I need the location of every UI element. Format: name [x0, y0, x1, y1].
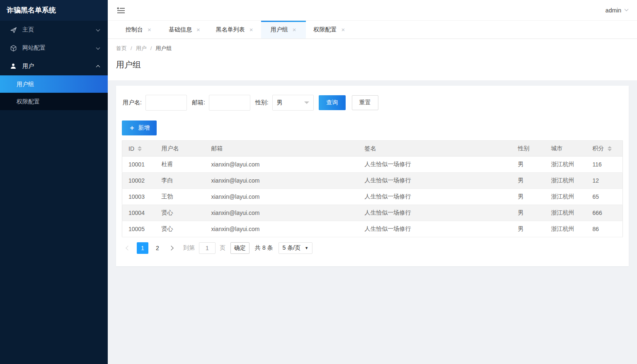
chevron-down-icon [625, 7, 629, 11]
close-icon[interactable]: × [293, 27, 296, 33]
table-row[interactable]: 10005 贤心 xianxin@layui.com 人生恰似一场修行 男 浙江… [122, 221, 623, 237]
close-icon[interactable]: × [148, 27, 151, 33]
breadcrumb-separator: / [150, 45, 152, 51]
breadcrumb: 首页/用户/用户组 [116, 45, 629, 52]
table-row[interactable]: 10002 李白 xianxin@layui.com 人生恰似一场修行 男 浙江… [122, 173, 623, 189]
cell-id: 10005 [122, 221, 155, 237]
table-row[interactable]: 10004 贤心 xianxin@layui.com 人生恰似一场修行 男 浙江… [122, 205, 623, 221]
select-arrow-icon [304, 101, 309, 104]
add-button[interactable]: ＋ 新增 [122, 121, 157, 135]
email-input[interactable] [209, 95, 250, 111]
cell-city: 浙江杭州 [545, 189, 586, 205]
tab-label: 基础信息 [169, 26, 192, 34]
close-icon[interactable]: × [249, 27, 253, 33]
col-city: 城市 [545, 141, 586, 157]
cell-sign: 人生恰似一场修行 [358, 173, 512, 189]
breadcrumb-users[interactable]: 用户 [136, 45, 147, 51]
goto-suffix: 页 [220, 244, 225, 252]
sidebar-item-site-config[interactable]: 网站配置 [0, 39, 108, 57]
cell-id: 10001 [122, 157, 155, 173]
user-menu[interactable]: admin [606, 7, 628, 14]
cell-username: 杜甫 [155, 157, 205, 173]
content: 用户名: 邮箱: 性别: 男 查询 重置 ＋ 新增 [108, 80, 637, 364]
cell-sex: 男 [512, 221, 545, 237]
tab-blacklist[interactable]: 黑名单列表 × [208, 21, 261, 39]
user-icon [9, 63, 17, 70]
select-arrow-icon: ▼ [305, 246, 308, 250]
cell-score: 12 [586, 173, 623, 189]
table-row[interactable]: 10001 杜甫 xianxin@layui.com 人生恰似一场修行 男 浙江… [122, 157, 623, 173]
sidebar-item-usergroup[interactable]: 用户组 [0, 75, 108, 93]
cell-city: 浙江杭州 [545, 157, 586, 173]
username-label: 用户名: [123, 99, 142, 106]
cell-sign: 人生恰似一场修行 [358, 205, 512, 221]
tab-basic-info[interactable]: 基础信息 × [161, 21, 208, 39]
page-size-select[interactable]: 5 条/页 ▼ [279, 242, 313, 254]
cell-score: 666 [586, 205, 623, 221]
sort-icon[interactable] [608, 146, 612, 151]
col-id[interactable]: ID [122, 141, 155, 157]
page-number[interactable]: 1 [137, 242, 148, 254]
col-sex: 性别 [512, 141, 545, 157]
pagination: 1 2 到第 页 确定 共 8 条 5 条/页 ▼ [122, 242, 623, 254]
cell-sex: 男 [512, 157, 545, 173]
col-sign: 签名 [358, 141, 512, 157]
cell-sex: 男 [512, 173, 545, 189]
sort-icon[interactable] [138, 146, 142, 151]
col-email: 邮箱 [205, 141, 358, 157]
breadcrumb-separator: / [131, 45, 132, 51]
gender-select[interactable]: 男 [272, 95, 314, 111]
chevron-down-icon [96, 46, 100, 50]
table-row[interactable]: 10003 王勃 xianxin@layui.com 人生恰似一场修行 男 浙江… [122, 189, 623, 205]
goto-page-input[interactable] [199, 242, 216, 254]
sidebar-item-label: 主页 [22, 26, 97, 34]
username-input[interactable] [145, 95, 187, 111]
cell-sex: 男 [512, 205, 545, 221]
cell-sign: 人生恰似一场修行 [358, 221, 512, 237]
fold-menu-icon[interactable] [117, 7, 125, 14]
usergroup-table: ID 用户名 邮箱 签名 性别 城市 积分 10001 杜甫 [122, 140, 623, 237]
next-page-icon[interactable] [166, 242, 177, 254]
main-area: admin 控制台 × 基础信息 × 黑名单列表 × 用户组 × 权限配置 [108, 0, 637, 364]
tab-console[interactable]: 控制台 × [116, 21, 161, 39]
goto-prefix: 到第 [183, 244, 195, 252]
gender-label: 性别: [255, 99, 269, 106]
tabbar: 控制台 × 基础信息 × 黑名单列表 × 用户组 × 权限配置 × [108, 21, 637, 39]
tab-usergroup[interactable]: 用户组 × [261, 21, 306, 39]
cell-sign: 人生恰似一场修行 [358, 189, 512, 205]
sidebar-item-home[interactable]: 主页 [0, 21, 108, 39]
table-header-row: ID 用户名 邮箱 签名 性别 城市 积分 [122, 141, 623, 157]
cell-email: xianxin@layui.com [205, 157, 358, 173]
cell-id: 10003 [122, 189, 155, 205]
confirm-button[interactable]: 确定 [230, 242, 249, 254]
sidebar-item-label: 用户 [22, 63, 97, 70]
col-username: 用户名 [155, 141, 205, 157]
close-icon[interactable]: × [342, 27, 345, 33]
tab-label: 用户组 [271, 26, 288, 34]
cell-email: xianxin@layui.com [205, 221, 358, 237]
email-label: 邮箱: [192, 99, 205, 106]
sidebar-item-permission[interactable]: 权限配置 [0, 93, 108, 110]
plus-icon: ＋ [129, 125, 136, 131]
cell-email: xianxin@layui.com [205, 205, 358, 221]
tab-permission[interactable]: 权限配置 × [306, 21, 353, 39]
chevron-down-icon [96, 27, 100, 31]
cell-username: 贤心 [155, 221, 205, 237]
username: admin [606, 7, 621, 14]
sidebar-nav: 主页 网站配置 用户 用户组 [0, 21, 108, 110]
users-submenu: 用户组 权限配置 [0, 75, 108, 110]
reset-button[interactable]: 重置 [352, 95, 378, 110]
close-icon[interactable]: × [196, 27, 200, 33]
app-root: 诈骗黑名单系统 主页 网站配置 用户 [0, 0, 637, 364]
cell-city: 浙江杭州 [545, 221, 586, 237]
cell-city: 浙江杭州 [545, 205, 586, 221]
query-button[interactable]: 查询 [319, 95, 346, 110]
col-score[interactable]: 积分 [586, 141, 623, 157]
cell-username: 王勃 [155, 189, 205, 205]
cell-id: 10002 [122, 173, 155, 189]
sidebar-item-users[interactable]: 用户 [0, 57, 108, 75]
page-number[interactable]: 2 [152, 242, 163, 254]
tab-label: 权限配置 [314, 26, 337, 34]
breadcrumb-home[interactable]: 首页 [116, 45, 127, 51]
prev-page-icon[interactable] [123, 242, 133, 254]
